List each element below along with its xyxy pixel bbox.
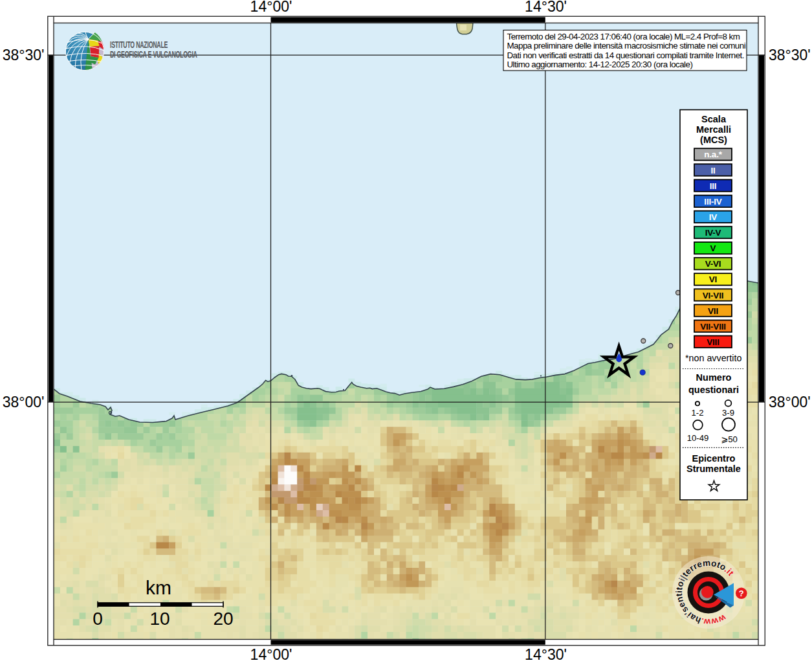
svg-text:*non avvertito: *non avvertito (685, 353, 741, 363)
svg-text:0: 0 (93, 609, 103, 629)
svg-text:20: 20 (213, 609, 233, 629)
svg-text:Scala: Scala (701, 114, 727, 124)
svg-text:14°00': 14°00' (250, 646, 292, 663)
svg-text:II: II (710, 166, 715, 175)
svg-text:V-VI: V-VI (705, 259, 721, 269)
svg-text:VII-VIII: VII-VIII (700, 322, 726, 332)
svg-text:III-IV: III-IV (704, 197, 721, 207)
svg-text:⩾50: ⩾50 (721, 434, 738, 444)
svg-text:km: km (146, 577, 171, 598)
svg-text:IV-V: IV-V (705, 228, 721, 238)
svg-text:?: ? (739, 589, 744, 598)
svg-text:Mercalli: Mercalli (696, 124, 731, 135)
svg-text:Numero: Numero (696, 372, 732, 383)
svg-text:VI: VI (709, 275, 717, 284)
svg-text:14°30': 14°30' (525, 646, 567, 663)
svg-text:questionari: questionari (688, 385, 739, 395)
svg-text:Strumentale: Strumentale (686, 464, 741, 474)
svg-text:10: 10 (149, 609, 170, 629)
svg-text:V: V (710, 243, 716, 253)
svg-text:Terremoto del 29-04-2023 17:06: Terremoto del 29-04-2023 17:06:40 (ora l… (507, 32, 740, 41)
svg-text:38°30': 38°30' (3, 47, 45, 63)
svg-text:14°30': 14°30' (525, 0, 567, 15)
svg-text:DI GEOFISICA E VULCANOLOGIA: DI GEOFISICA E VULCANOLOGIA (110, 51, 197, 60)
svg-text:ISTITUTO NAZIONALE: ISTITUTO NAZIONALE (110, 41, 168, 50)
svg-text:3-9: 3-9 (722, 408, 734, 418)
svg-text:VI-VII: VI-VII (703, 291, 724, 300)
svg-text:IV: IV (709, 212, 718, 222)
svg-text:14°00': 14°00' (250, 0, 292, 15)
svg-text:Dati non verificati estratti d: Dati non verificati estratti da 14 quest… (507, 51, 744, 60)
svg-text:Epicentro: Epicentro (692, 453, 736, 464)
svg-text:Ultimo aggiornamento: 14-12-20: Ultimo aggiornamento: 14-12-2025 20:30 (… (507, 60, 693, 69)
svg-text:1-2: 1-2 (691, 408, 703, 418)
svg-text:10-49: 10-49 (687, 433, 709, 443)
svg-text:n.a.*: n.a.* (704, 150, 722, 159)
svg-text:VII: VII (708, 306, 718, 316)
svg-text:38°30': 38°30' (769, 47, 811, 63)
svg-text:Mappa preliminare delle intens: Mappa preliminare delle intensità macros… (507, 41, 746, 51)
svg-text:(MCS): (MCS) (700, 135, 727, 145)
svg-text:III: III (710, 181, 717, 191)
svg-text:VIII: VIII (707, 337, 719, 347)
svg-text:38°00': 38°00' (3, 394, 45, 410)
svg-text:38°00': 38°00' (769, 394, 811, 410)
